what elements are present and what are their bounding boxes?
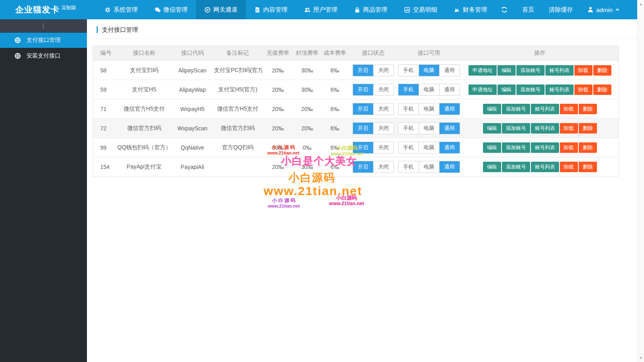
status-option-off[interactable]: 关闭 — [373, 123, 394, 134]
app-logo-text: 企业猫发卡 — [15, 5, 60, 14]
cell-code: WxpayScan — [171, 119, 214, 138]
action-edit-button[interactable]: 编辑 — [497, 65, 516, 76]
action-account-list-button[interactable]: 账号列表 — [545, 65, 574, 76]
cell-id: 99 — [93, 138, 117, 157]
action-delete-button[interactable]: 删除 — [579, 162, 597, 172]
action-add-account-button[interactable]: 添加账号 — [502, 162, 530, 172]
action-delete-button[interactable]: 删除 — [579, 104, 597, 114]
avail-option-mobile[interactable]: 手机 — [398, 123, 419, 134]
avail-option-general[interactable]: 通用 — [439, 161, 460, 173]
cell-rate-cap: 0‰ — [294, 138, 320, 157]
status-option-on[interactable]: 开启 — [353, 161, 373, 173]
status-option-on[interactable]: 开启 — [353, 84, 373, 95]
action-edit-button[interactable]: 编辑 — [483, 142, 501, 153]
nav-item-label: 商品管理 — [363, 6, 387, 14]
cell-remark: 支付宝PC扫码(官方) — [214, 61, 262, 80]
avail-option-general[interactable]: 通用 — [439, 65, 460, 76]
status-option-on[interactable]: 开启 — [353, 123, 373, 134]
action-add-account-button[interactable]: 添加账号 — [502, 142, 530, 153]
action-apply-url-button[interactable]: 申请地址 — [469, 84, 497, 95]
avail-option-pc[interactable]: 电脑 — [419, 142, 439, 153]
action-account-list-button[interactable]: 账号列表 — [545, 84, 574, 95]
action-apply-url-button[interactable]: 申请地址 — [469, 65, 497, 76]
user-menu[interactable]: admin — [587, 6, 620, 13]
nav-item-gateway[interactable]: P网关通道 — [196, 0, 246, 19]
avail-option-pc[interactable]: 电脑 — [419, 103, 439, 115]
availability-toggle-group: 手机电脑通用 — [398, 142, 460, 154]
action-add-account-button[interactable]: 添加账号 — [502, 104, 530, 114]
avail-option-pc[interactable]: 电脑 — [419, 161, 439, 173]
action-uninstall-button[interactable]: 卸载 — [560, 162, 578, 172]
status-option-off[interactable]: 关闭 — [373, 103, 394, 115]
avail-option-general[interactable]: 通用 — [439, 84, 460, 95]
action-delete-button[interactable]: 删除 — [579, 142, 597, 153]
status-option-off[interactable]: 关闭 — [373, 65, 394, 76]
status-option-on[interactable]: 开启 — [353, 103, 373, 115]
cell-rate-cost: 6‰ — [320, 138, 350, 157]
status-option-on[interactable]: 开启 — [353, 142, 373, 153]
avail-option-pc[interactable]: 电脑 — [419, 123, 439, 134]
nav-item-user[interactable]: 用户管理 — [296, 0, 346, 19]
avail-option-mobile[interactable]: 手机 — [398, 142, 419, 153]
avail-option-mobile[interactable]: 手机 — [398, 103, 419, 115]
action-delete-button[interactable]: 删除 — [579, 123, 597, 134]
vertical-scrollbar[interactable]: ▲ ▼ — [637, 0, 644, 362]
action-uninstall-button[interactable]: 卸载 — [560, 142, 578, 153]
avail-option-mobile[interactable]: 手机 — [398, 65, 419, 76]
home-link[interactable]: 首页 — [522, 6, 534, 14]
status-option-on[interactable]: 开启 — [353, 65, 373, 76]
cell-status: 开启关闭 — [350, 61, 397, 80]
action-edit-button[interactable]: 编辑 — [483, 162, 501, 172]
scroll-up-arrow[interactable]: ▲ — [638, 2, 644, 6]
avail-option-general[interactable]: 通用 — [439, 123, 460, 134]
clear-cache-link[interactable]: 清除缓存 — [549, 6, 573, 14]
sidebar-item-install-payment-api[interactable]: 安装支付接口 — [0, 48, 87, 64]
nav-item-finance[interactable]: 财务管理 — [446, 0, 495, 19]
nav-item-system[interactable]: 系统管理 — [96, 0, 146, 19]
action-add-account-button[interactable]: 添加账号 — [502, 123, 530, 134]
action-account-list-button[interactable]: 账号列表 — [531, 142, 559, 153]
nav-item-wechat[interactable]: 微信管理 — [146, 0, 196, 19]
action-delete-button[interactable]: 删除 — [593, 84, 611, 95]
action-edit-button[interactable]: 编辑 — [497, 84, 516, 95]
chevron-up-icon — [615, 7, 620, 12]
gear-icon — [105, 7, 111, 13]
action-add-account-button[interactable]: 添加账号 — [516, 84, 545, 95]
refresh-icon[interactable] — [501, 6, 508, 13]
avail-option-mobile[interactable]: 手机 — [398, 84, 419, 95]
action-edit-button[interactable]: 编辑 — [483, 104, 501, 114]
action-account-list-button[interactable]: 账号列表 — [531, 162, 559, 172]
cell-code: QqNative — [171, 138, 214, 157]
nav-item-trade[interactable]: 交易明细 — [396, 0, 446, 19]
status-option-off[interactable]: 关闭 — [373, 142, 394, 153]
cell-availability: 手机电脑通用 — [397, 99, 461, 119]
nav-item-content[interactable]: 内容管理 — [246, 0, 296, 19]
action-account-list-button[interactable]: 账号列表 — [531, 123, 559, 134]
cell-name: 微信官方扫码 — [117, 119, 171, 138]
cell-availability: 手机电脑通用 — [397, 157, 461, 177]
action-uninstall-button[interactable]: 卸载 — [574, 65, 592, 76]
avail-option-general[interactable]: 通用 — [439, 103, 460, 115]
cell-remark: 支付宝H5(官方) — [214, 80, 262, 99]
avail-option-mobile[interactable]: 手机 — [398, 161, 419, 173]
status-option-off[interactable]: 关闭 — [373, 161, 394, 173]
cell-name: PayApi支付宝 — [117, 157, 171, 177]
action-uninstall-button[interactable]: 卸载 — [560, 104, 578, 114]
action-uninstall-button[interactable]: 卸载 — [574, 84, 592, 95]
action-delete-button[interactable]: 删除 — [593, 65, 611, 76]
avail-option-pc[interactable]: 电脑 — [419, 65, 439, 76]
sidebar-item-payment-api-manage[interactable]: 支付接口管理 — [0, 33, 87, 48]
action-uninstall-button[interactable]: 卸载 — [560, 123, 578, 134]
cell-rate-cost: 6‰ — [320, 119, 350, 138]
nav-item-goods[interactable]: 商品管理 — [346, 0, 396, 19]
avail-option-general[interactable]: 通用 — [439, 142, 460, 153]
action-edit-button[interactable]: 编辑 — [483, 123, 501, 134]
sidebar-collapse-toggle[interactable]: ⋮ — [0, 19, 87, 32]
scroll-down-arrow[interactable]: ▼ — [638, 356, 644, 360]
cell-code: PayapiAli — [171, 157, 214, 177]
action-add-account-button[interactable]: 添加账号 — [516, 65, 545, 76]
app-logo-badge: 定制版 — [62, 5, 76, 10]
avail-option-pc[interactable]: 电脑 — [419, 84, 439, 95]
action-account-list-button[interactable]: 账号列表 — [531, 104, 559, 114]
status-option-off[interactable]: 关闭 — [373, 84, 394, 95]
